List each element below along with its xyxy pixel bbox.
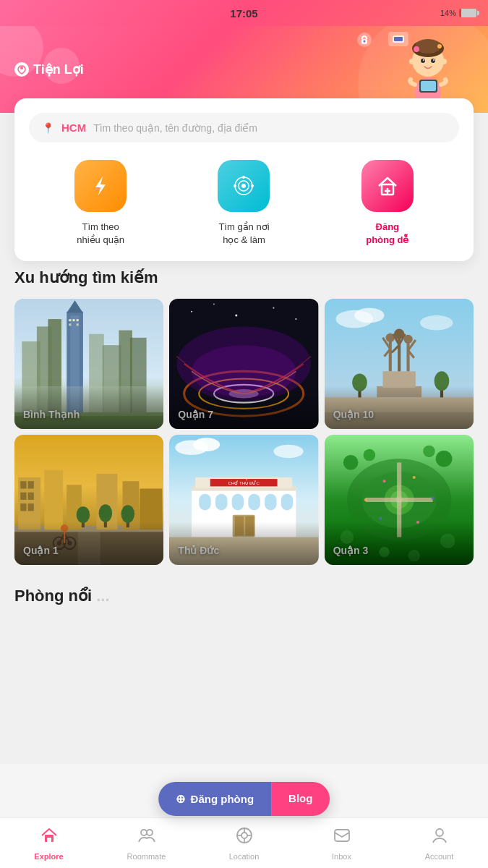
- search-input[interactable]: Tìm theo quận, tên đường, địa điểm: [93, 122, 257, 134]
- phong-section: Phòng nổi ...: [0, 579, 488, 605]
- roommate-icon: [137, 826, 156, 849]
- svg-rect-127: [281, 494, 294, 511]
- svg-rect-129: [235, 516, 244, 536]
- svg-rect-16: [394, 37, 403, 41]
- district-quan-1[interactable]: Quận 1: [14, 435, 163, 565]
- district-grid: Bình Thạnh: [14, 299, 474, 565]
- lightning-icon: [74, 160, 127, 212]
- svg-rect-82: [358, 386, 361, 397]
- svg-rect-10: [421, 81, 436, 91]
- trending-title: Xu hướng tìm kiếm: [14, 268, 474, 287]
- quan-10-label: Quận 10: [333, 409, 374, 420]
- action-buttons: Tìm theonhiều quận Tìm gần nơihọc & làm: [29, 160, 459, 247]
- svg-point-58: [229, 389, 259, 398]
- multi-district-label: Tìm theonhiều quận: [77, 221, 124, 247]
- thu-duc-label: Thủ Đức: [178, 545, 219, 556]
- nav-account[interactable]: Account: [390, 820, 488, 867]
- svg-rect-47: [69, 324, 71, 326]
- district-thu-duc[interactable]: CHỢ THỦ ĐỨC: [169, 435, 318, 565]
- district-binh-thanh[interactable]: Bình Thạnh: [14, 299, 163, 429]
- svg-rect-165: [335, 830, 349, 841]
- dang-phong-btn[interactable]: ⊕ Đăng phòng: [158, 782, 271, 816]
- multi-district-btn[interactable]: Tìm theonhiều quận: [29, 160, 172, 247]
- svg-rect-89: [14, 526, 163, 532]
- svg-line-107: [64, 534, 69, 543]
- svg-rect-42: [14, 412, 163, 429]
- district-quan-10[interactable]: Quận 10: [325, 299, 474, 429]
- nav-explore[interactable]: Explore: [0, 820, 98, 867]
- pin-icon: 📍: [42, 122, 54, 134]
- trending-section: Xu hướng tìm kiếm: [0, 268, 488, 579]
- battery-indicator: 14%: [440, 9, 476, 17]
- svg-point-104: [64, 537, 76, 550]
- nav-location[interactable]: Location: [195, 820, 293, 867]
- svg-point-142: [363, 449, 375, 461]
- svg-point-60: [192, 346, 296, 398]
- nav-inbox[interactable]: Inbox: [293, 820, 390, 867]
- svg-point-153: [364, 498, 367, 501]
- svg-rect-93: [20, 493, 26, 500]
- binh-thanh-label: Bình Thạnh: [23, 409, 80, 420]
- svg-point-166: [436, 829, 443, 836]
- svg-point-63: [354, 308, 384, 323]
- svg-point-4: [415, 39, 441, 54]
- svg-point-53: [273, 307, 275, 309]
- svg-rect-97: [44, 470, 63, 530]
- status-time: 17:05: [230, 7, 257, 20]
- svg-point-103: [57, 541, 61, 545]
- district-quan-3[interactable]: Quận 3: [325, 435, 474, 565]
- search-bar[interactable]: 📍 HCM Tìm theo quận, tên đường, địa điểm: [29, 113, 459, 142]
- svg-point-144: [423, 446, 435, 458]
- deco-circle-2: [43, 48, 80, 84]
- quan-3-label: Quận 3: [333, 545, 369, 556]
- svg-point-108: [61, 524, 68, 532]
- svg-rect-99: [96, 474, 117, 529]
- svg-point-24: [242, 176, 245, 179]
- svg-rect-98: [67, 485, 82, 530]
- orbit-icon: [218, 160, 270, 212]
- svg-rect-100: [123, 482, 140, 530]
- svg-point-26: [234, 184, 236, 187]
- location-badge: HCM: [61, 122, 86, 134]
- svg-point-25: [251, 184, 254, 187]
- svg-point-148: [408, 550, 420, 562]
- near-school-btn[interactable]: Tìm gần nơihọc & làm: [172, 160, 315, 247]
- blog-btn[interactable]: Blog: [271, 782, 330, 816]
- svg-point-13: [414, 46, 419, 52]
- svg-rect-88: [78, 530, 100, 566]
- svg-point-134: [274, 445, 304, 459]
- svg-rect-37: [70, 315, 79, 429]
- inbox-label: Inbox: [332, 852, 351, 861]
- svg-point-11: [409, 59, 415, 64]
- add-home-icon: [361, 160, 414, 212]
- svg-rect-131: [169, 537, 318, 565]
- svg-rect-46: [77, 319, 79, 321]
- svg-rect-33: [48, 319, 61, 429]
- account-icon: [430, 826, 449, 849]
- main-content: 📍 HCM Tìm theo quận, tên đường, địa điểm…: [0, 113, 488, 764]
- nav-roommate[interactable]: Roommate: [98, 820, 195, 867]
- near-school-label: Tìm gần nơihọc & làm: [218, 221, 269, 247]
- svg-rect-38: [89, 334, 104, 429]
- svg-rect-130: [246, 516, 254, 536]
- svg-rect-123: [215, 494, 228, 511]
- svg-point-5: [421, 59, 425, 63]
- svg-text:CHỢ THỦ ĐỨC: CHỢ THỦ ĐỨC: [228, 480, 260, 487]
- svg-point-6: [431, 59, 435, 63]
- svg-point-83: [352, 374, 367, 392]
- svg-point-141: [343, 455, 358, 470]
- svg-point-160: [241, 833, 247, 838]
- svg-rect-39: [103, 346, 121, 430]
- svg-rect-80: [325, 398, 474, 430]
- svg-point-151: [379, 517, 382, 520]
- svg-rect-156: [47, 838, 51, 842]
- post-room-btn[interactable]: Đăngphòng dễ: [316, 160, 459, 247]
- explore-label: Explore: [34, 852, 63, 861]
- svg-point-146: [440, 534, 455, 549]
- svg-point-85: [434, 372, 449, 391]
- svg-rect-126: [265, 494, 277, 511]
- roommate-label: Roommate: [127, 852, 166, 861]
- phong-section-title: Phòng nổi ...: [14, 587, 474, 605]
- district-quan-7[interactable]: Quận 7: [169, 299, 318, 429]
- svg-rect-125: [249, 494, 261, 511]
